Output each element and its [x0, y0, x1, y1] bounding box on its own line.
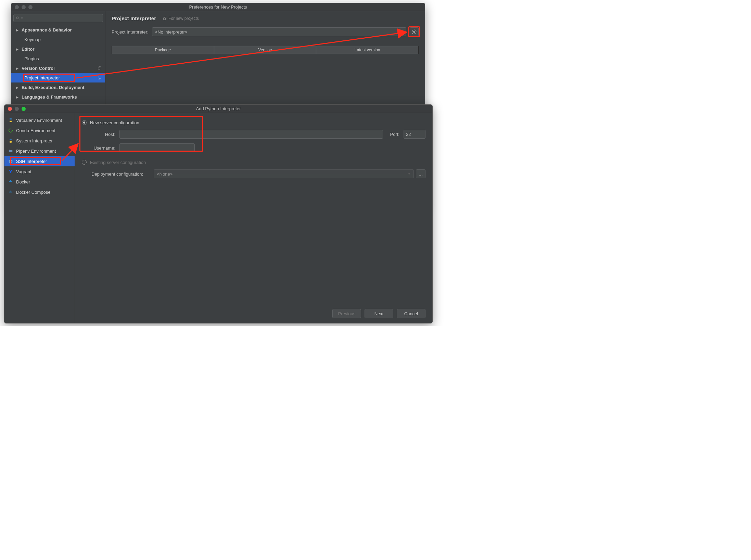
- radio-icon: [82, 120, 87, 125]
- type-pipenv[interactable]: Pipenv Environment: [4, 146, 75, 156]
- svg-point-8: [413, 31, 415, 33]
- docker-icon: [8, 179, 13, 184]
- chevron-down-icon: ▼: [400, 30, 403, 34]
- svg-rect-12: [10, 181, 11, 182]
- type-label: Virtualenv Environment: [16, 118, 62, 123]
- svg-rect-7: [164, 17, 166, 20]
- svg-rect-2: [99, 67, 101, 69]
- copy-icon: [163, 16, 167, 21]
- add-interpreter-window: Add Python Interpreter Virtualenv Enviro…: [4, 104, 433, 323]
- svg-rect-11: [9, 181, 10, 182]
- tree-plugins[interactable]: Plugins: [11, 54, 105, 63]
- interpreter-value: <No interpreter>: [155, 29, 188, 35]
- preferences-titlebar[interactable]: Preferences for New Projects: [11, 3, 425, 11]
- type-docker[interactable]: Docker: [4, 177, 75, 187]
- type-ssh[interactable]: SSH Interpreter: [4, 156, 75, 166]
- tree-languages[interactable]: ▸Languages & Frameworks: [11, 92, 105, 102]
- interpreter-dropdown[interactable]: <No interpreter> ▼: [152, 27, 406, 36]
- preferences-search-input[interactable]: ▾: [13, 14, 103, 22]
- type-label: Docker Compose: [16, 190, 50, 195]
- tree-build[interactable]: ▸Build, Execution, Deployment: [11, 82, 105, 92]
- svg-point-0: [16, 17, 18, 19]
- radio-new-server[interactable]: New server configuration: [82, 118, 425, 127]
- radio-label: New server configuration: [90, 120, 139, 125]
- vagrant-icon: [8, 169, 13, 174]
- svg-rect-6: [164, 17, 166, 19]
- search-icon: [16, 16, 20, 20]
- packages-table: Package Version Latest version: [112, 46, 419, 54]
- deploy-value: <None>: [157, 171, 173, 177]
- port-label: Port:: [383, 132, 404, 137]
- deploy-browse-button: …: [416, 169, 425, 178]
- copy-icon: [98, 76, 102, 80]
- port-input[interactable]: 22: [404, 130, 425, 139]
- tree-appearance[interactable]: ▸Appearance & Behavior: [11, 25, 105, 35]
- interpreter-label: Project Interpreter:: [112, 29, 149, 35]
- radio-icon: [82, 160, 87, 165]
- svg-rect-15: [9, 192, 10, 192]
- type-label: SSH Interpreter: [16, 159, 47, 164]
- svg-rect-17: [10, 191, 11, 191]
- tree-label: Project Interpreter: [24, 75, 60, 80]
- preferences-title: Preferences for New Projects: [11, 4, 425, 10]
- radio-label: Existing server configuration: [90, 160, 146, 165]
- username-label: Username:: [82, 145, 119, 151]
- deploy-dropdown: <None> ▼: [154, 169, 414, 178]
- type-virtualenv[interactable]: Virtualenv Environment: [4, 115, 75, 125]
- python-icon: [8, 117, 13, 123]
- svg-rect-18: [11, 192, 12, 192]
- tree-keymap[interactable]: Keymap: [11, 35, 105, 44]
- radio-existing-server[interactable]: Existing server configuration: [82, 157, 425, 167]
- tree-label: Keymap: [24, 37, 41, 42]
- tree-label: Languages & Frameworks: [22, 94, 77, 100]
- type-conda[interactable]: Conda Environment: [4, 125, 75, 136]
- host-label: Host:: [82, 132, 119, 137]
- copy-icon: [98, 66, 102, 70]
- type-docker-compose[interactable]: Docker Compose: [4, 187, 75, 197]
- previous-button: Previous: [332, 309, 361, 318]
- type-system[interactable]: System Interpreter: [4, 136, 75, 146]
- docker-icon: [8, 189, 13, 195]
- tree-label: Editor: [22, 47, 35, 52]
- interpreter-type-list: Virtualenv Environment Conda Environment…: [4, 113, 75, 323]
- terminal-icon: [8, 158, 13, 164]
- tree-label: Version Control: [22, 66, 55, 71]
- add-interpreter-titlebar[interactable]: Add Python Interpreter: [4, 105, 432, 113]
- tree-version-control[interactable]: ▸Version Control: [11, 63, 105, 73]
- type-label: Pipenv Environment: [16, 149, 56, 154]
- svg-rect-3: [98, 67, 100, 70]
- type-label: Vagrant: [16, 169, 31, 174]
- col-package[interactable]: Package: [112, 46, 214, 54]
- tree-label: Appearance & Behavior: [22, 27, 72, 33]
- interpreter-settings-button[interactable]: [410, 27, 419, 36]
- tree-label: Plugins: [24, 56, 39, 61]
- tree-editor[interactable]: ▸Editor: [11, 44, 105, 54]
- folder-icon: [8, 148, 13, 154]
- type-label: Docker: [16, 179, 30, 184]
- svg-rect-10: [9, 160, 13, 163]
- svg-rect-14: [11, 181, 12, 182]
- username-input[interactable]: [119, 143, 195, 152]
- for-new-projects-label: For new projects: [163, 16, 199, 21]
- type-label: System Interpreter: [16, 138, 53, 143]
- gear-icon: [411, 29, 417, 35]
- python-icon: [8, 138, 13, 143]
- tree-project-interpreter[interactable]: Project Interpreter: [11, 73, 105, 82]
- page-title: Project Interpreter: [112, 15, 156, 21]
- host-input[interactable]: [119, 130, 383, 139]
- chevron-down-icon: ▼: [408, 172, 411, 176]
- add-interpreter-title: Add Python Interpreter: [4, 106, 432, 111]
- deploy-label: Deployment configuration:: [82, 171, 154, 177]
- next-button[interactable]: Next: [365, 309, 393, 318]
- svg-rect-4: [99, 76, 101, 79]
- svg-line-1: [18, 19, 20, 20]
- type-label: Conda Environment: [16, 128, 55, 133]
- col-latest[interactable]: Latest version: [316, 46, 418, 54]
- col-version[interactable]: Version: [214, 46, 317, 54]
- svg-rect-5: [98, 77, 100, 79]
- type-vagrant[interactable]: Vagrant: [4, 166, 75, 177]
- tree-label: Build, Execution, Deployment: [22, 85, 84, 90]
- cancel-button[interactable]: Cancel: [397, 309, 425, 318]
- svg-point-9: [9, 129, 13, 132]
- svg-rect-16: [10, 192, 11, 192]
